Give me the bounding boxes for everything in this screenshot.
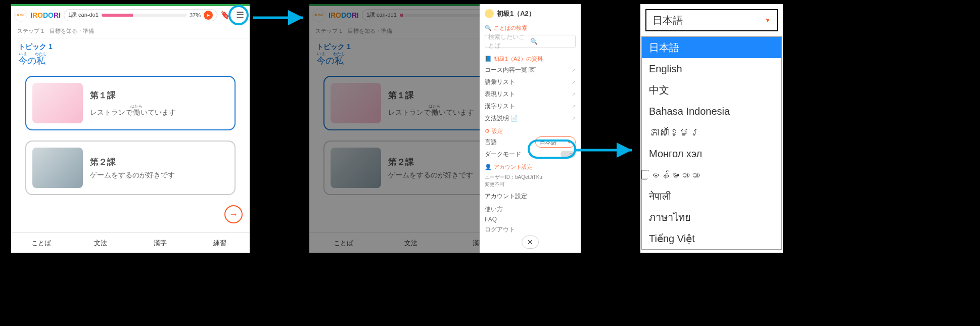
tab-kotoba[interactable]: ことば <box>11 233 71 253</box>
app-logo: IRODORI <box>30 11 61 19</box>
close-menu-button[interactable]: ✕ <box>522 236 539 249</box>
lesson-subtitle: ゲームをするのが好きです <box>90 171 175 180</box>
lesson-title: 第１課 <box>90 89 176 101</box>
annotation-arrow-2 <box>576 143 637 158</box>
lang-option-km[interactable]: ភាសាខ្មែរ <box>642 122 781 143</box>
tab-bunpou[interactable]: 文法 <box>71 233 130 253</box>
materials-list: コース内容一覧 図↗ 語彙リスト↗ 表現リスト↗ 漢字リスト↗ 文法説明 📄↗ <box>480 64 581 124</box>
setting-darkmode-row: ダークモード Off <box>485 148 576 160</box>
section-account-title: 👤 アカウント設定 <box>480 160 581 172</box>
lesson-id: 1課 can-do1 <box>68 11 99 19</box>
progress-track <box>102 14 186 17</box>
level-icon <box>485 9 494 18</box>
section-settings-title: ⚙ 設定 <box>480 124 581 136</box>
footer-links: 使い方 FAQ ログアウト <box>480 202 581 237</box>
top-bar: HOME IRODORI 1課 can-do1 37% ▸ 🔖 ☰ <box>11 4 250 24</box>
lang-option-my[interactable]: မြန်မာဘာသာ <box>642 164 781 185</box>
caret-down-icon: ▼ <box>765 17 771 24</box>
lang-option-ne[interactable]: नेपाली <box>642 185 781 207</box>
bottom-tab-bar: ことば 文法 漢字 練習 <box>11 232 250 253</box>
lang-option-mn[interactable]: Монгол хэл <box>642 143 781 164</box>
tab-renshuu[interactable]: 練習 <box>190 233 250 253</box>
lang-option-id[interactable]: Bahasa Indonesia <box>642 101 781 122</box>
lesson-subtitle: レストランで働はたらいています <box>90 104 176 117</box>
search-input[interactable]: 検索したいことば 🔍 <box>485 35 576 48</box>
level-title: 初級1（A2） <box>497 9 535 18</box>
topic-number: トピック 1 <box>18 42 243 52</box>
lang-option-ja[interactable]: 日本語 <box>642 37 781 58</box>
section-search-title: 🔍 ことばの検索 <box>480 21 581 33</box>
screenshot-3: 日本語 ▼ 日本語 English 中文 Bahasa Indonesia ភា… <box>638 2 785 255</box>
external-link-icon: ↗ <box>572 67 576 73</box>
section-materials-title: 📘 初級1（A2）の資料 <box>480 52 581 64</box>
screenshot-1: HOME IRODORI 1課 can-do1 37% ▸ 🔖 ☰ ステップ 1… <box>9 2 252 255</box>
material-grammar[interactable]: 文法説明 📄↗ <box>485 112 576 124</box>
material-expression-list[interactable]: 表現リスト↗ <box>485 88 576 100</box>
jump-icon[interactable]: ▸ <box>204 11 213 20</box>
search-icon: 🔍 <box>530 38 572 45</box>
breadcrumb: ステップ 1 目標を知る・準備 <box>11 24 250 38</box>
lesson-card-1[interactable]: 第１課 レストランで働はたらいています <box>25 76 236 130</box>
language-select[interactable]: 日本語▼ <box>535 136 576 148</box>
material-vocab-list[interactable]: 語彙リスト↗ <box>485 76 576 88</box>
caret-down-icon: ▼ <box>567 140 571 145</box>
search-placeholder: 検索したいことば <box>488 33 530 50</box>
link-howto[interactable]: 使い方 <box>485 204 576 214</box>
lesson-title: 第２課 <box>90 156 175 168</box>
lesson-thumbnail <box>32 83 83 123</box>
material-course-list[interactable]: コース内容一覧 図↗ <box>485 64 576 76</box>
lang-option-vi[interactable]: Tiếng Việt <box>642 228 781 249</box>
account-settings-link[interactable]: アカウント設定 <box>485 190 576 202</box>
side-menu: 初級1（A2） 🔍 ことばの検索 検索したいことば 🔍 📘 初級1（A2）の資料… <box>480 4 581 253</box>
lesson-progress-pill[interactable]: 1課 can-do1 37% ▸ <box>64 9 217 21</box>
hamburger-menu-button[interactable]: ☰ <box>234 9 247 22</box>
lesson-thumbnail <box>32 148 83 188</box>
language-dropdown-list: 日本語 English 中文 Bahasa Indonesia ភាសាខ្មែ… <box>641 36 782 250</box>
language-dropdown-trigger[interactable]: 日本語 ▼ <box>645 9 778 31</box>
setting-language-row: 言語 日本語▼ <box>485 136 576 148</box>
annotation-arrow-1 <box>253 10 308 25</box>
tab-kanji[interactable]: 漢字 <box>130 233 190 253</box>
language-label: 言語 <box>485 138 497 147</box>
screenshot-2: HOME IRODORI 1課 can-do1 2% ▸ ステップ 1 目標を知… <box>307 2 583 255</box>
link-logout[interactable]: ログアウト <box>485 224 576 235</box>
lesson-card-list: 第１課 レストランで働はたらいています 第２課 ゲームをするのが好きです <box>11 71 250 200</box>
next-button[interactable]: → <box>224 205 243 223</box>
topic-title: 今いまの私わたし <box>18 52 243 67</box>
darkmode-label: ダークモード <box>485 150 521 159</box>
link-faq[interactable]: FAQ <box>485 214 576 224</box>
lang-option-zh[interactable]: 中文 <box>642 79 781 101</box>
material-kanji-list[interactable]: 漢字リスト↗ <box>485 100 576 112</box>
lang-option-th[interactable]: ภาษาไทย <box>642 207 781 228</box>
user-id-row: ユーザーID：bAQetJiTKu 変更不可 <box>480 172 581 190</box>
bookmark-icon[interactable]: 🔖 <box>220 10 230 20</box>
topic-header: トピック 1 今いまの私わたし <box>11 38 250 71</box>
lang-option-en[interactable]: English <box>642 58 781 79</box>
progress-percent: 37% <box>190 12 201 18</box>
home-button[interactable]: HOME <box>14 9 27 22</box>
lesson-card-2[interactable]: 第２課 ゲームをするのが好きです <box>25 141 236 195</box>
language-current: 日本語 <box>652 14 683 27</box>
side-menu-header: 初級1（A2） <box>480 4 581 21</box>
darkmode-toggle[interactable]: Off <box>561 151 576 158</box>
